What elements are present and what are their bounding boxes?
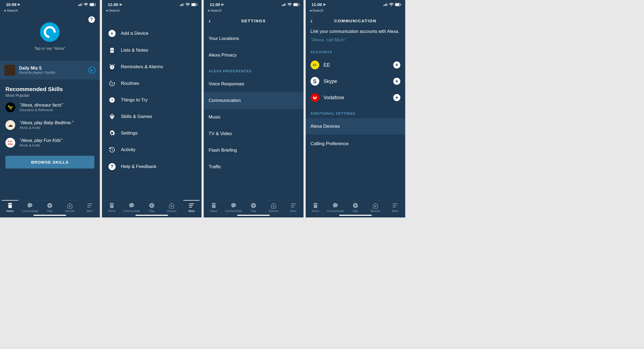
communication-hint: "Alexa, call Mum"	[306, 36, 405, 44]
tab-devices[interactable]: Devices	[163, 202, 180, 213]
menu-routines[interactable]: Routines	[104, 75, 200, 92]
tab-bar: Home Communicate Play Devices More	[204, 200, 304, 214]
tab-bar: Home Communicate Play Devices More	[102, 200, 202, 214]
wifi-icon	[84, 3, 88, 6]
tab-devices[interactable]: Devices	[265, 202, 282, 213]
tab-home[interactable]: Home	[206, 202, 222, 213]
svg-point-50	[375, 206, 376, 207]
back-to-search[interactable]: Search	[204, 8, 304, 14]
account-skype[interactable]: S Skype +	[306, 73, 405, 89]
menu-help-feedback[interactable]: ?Help & Feedback	[104, 158, 200, 175]
svg-rect-35	[293, 3, 298, 5]
skill-phrase: "Alexa, play Fun Kids"	[20, 138, 62, 143]
tab-more[interactable]: More	[183, 200, 200, 213]
tab-home[interactable]: Home	[307, 202, 324, 213]
status-time: 11:00	[108, 2, 118, 7]
communication-description: Link your communication accounts with Al…	[306, 27, 405, 36]
settings-music[interactable]: Music	[204, 109, 304, 126]
svg-rect-36	[299, 4, 299, 5]
menu-things-to-try[interactable]: Things to Try	[104, 92, 200, 108]
add-account-button[interactable]: +	[393, 78, 400, 85]
menu-settings[interactable]: Settings	[104, 125, 200, 142]
more-icon	[392, 202, 398, 208]
play-button[interactable]: ▶	[88, 67, 95, 74]
home-icon	[312, 202, 318, 208]
back-to-search[interactable]: Search	[0, 8, 100, 14]
tab-bar: Home Communicate Play Devices More	[306, 200, 405, 214]
back-button[interactable]: ‹	[209, 17, 211, 25]
wifi-icon	[185, 3, 190, 6]
settings-traffic[interactable]: Traffic	[204, 159, 304, 175]
home-indicator[interactable]	[339, 215, 372, 216]
back-button[interactable]: ‹	[311, 17, 313, 25]
setting-alexa-devices[interactable]: Alexa Devices	[306, 118, 405, 135]
settings-tv-video[interactable]: TV & Video	[204, 126, 304, 142]
tab-devices[interactable]: Devices	[62, 202, 78, 213]
skill-item[interactable]: 🦖 "Alexa, dinosaur facts" Education & Re…	[0, 99, 100, 116]
skill-item[interactable]: FunKids "Alexa, play Fun Kids" Music & A…	[0, 134, 100, 151]
tab-communicate[interactable]: Communicate	[225, 202, 242, 213]
status-bar: 11:00	[306, 0, 405, 8]
play-icon	[47, 202, 53, 208]
status-bar: 11:00	[204, 0, 304, 8]
now-playing-title: Daily Mix 5	[19, 66, 88, 71]
menu-activity[interactable]: Activity	[104, 142, 200, 158]
tab-more[interactable]: More	[82, 202, 98, 213]
menu-skills-games[interactable]: Skills & Games	[104, 108, 200, 125]
tab-communicate[interactable]: Communicate	[327, 202, 343, 213]
screen-more: 11:00 Search +Add a Device Lists & Notes…	[102, 0, 202, 217]
tab-more[interactable]: More	[387, 202, 403, 213]
tab-more[interactable]: More	[285, 202, 302, 213]
settings-your-locations[interactable]: Your Locations	[204, 30, 304, 47]
svg-rect-48	[401, 4, 401, 5]
menu-add-device[interactable]: +Add a Device	[104, 25, 200, 42]
tab-communicate[interactable]: Communicate	[22, 202, 38, 213]
tab-communicate[interactable]: Communicate	[123, 202, 140, 213]
menu-lists-notes[interactable]: Lists & Notes	[104, 42, 200, 59]
svg-rect-19	[111, 50, 113, 50]
svg-point-26	[171, 206, 172, 207]
add-account-button[interactable]: +	[393, 61, 400, 68]
settings-voice-responses[interactable]: Voice Responses	[204, 76, 304, 92]
more-icon	[87, 202, 93, 208]
vodafone-icon	[311, 93, 319, 102]
svg-rect-18	[197, 4, 197, 5]
back-to-search[interactable]: Search	[306, 8, 405, 14]
tab-play[interactable]: Play	[42, 202, 58, 213]
question-icon: ?	[108, 163, 116, 170]
svg-rect-47	[395, 3, 400, 5]
tab-play[interactable]: Play	[144, 202, 160, 213]
svg-rect-32	[284, 4, 285, 6]
settings-flash-briefing[interactable]: Flash Briefing	[204, 142, 304, 159]
tab-devices[interactable]: Devices	[367, 202, 383, 213]
setting-calling-preference[interactable]: Calling Preference	[306, 136, 405, 152]
browse-skills-button[interactable]: BROWSE SKILLS	[5, 156, 94, 169]
settings-alexa-privacy[interactable]: Alexa Privacy	[204, 47, 304, 63]
account-vodafone[interactable]: Vodafone +	[306, 89, 405, 106]
home-indicator[interactable]	[237, 215, 270, 216]
tab-home[interactable]: Home	[104, 202, 120, 213]
svg-rect-30	[282, 5, 283, 6]
menu-reminders-alarms[interactable]: Reminders & Alarms	[104, 59, 200, 75]
alexa-logo[interactable]	[40, 22, 60, 42]
tab-play[interactable]: Play	[347, 202, 364, 213]
home-indicator[interactable]	[33, 215, 66, 216]
battery-icon	[293, 3, 300, 6]
tab-home[interactable]: Home	[2, 200, 18, 213]
location-icon	[323, 3, 326, 6]
status-bar: 11:00	[102, 0, 202, 8]
add-account-button[interactable]: +	[393, 94, 400, 101]
location-icon	[221, 3, 224, 6]
back-to-search[interactable]: Search	[102, 8, 202, 14]
tab-play[interactable]: Play	[245, 202, 262, 213]
signal-icon	[282, 3, 286, 6]
ee-icon: EE	[311, 61, 319, 69]
svg-rect-12	[180, 5, 181, 6]
settings-communication[interactable]: Communication	[204, 92, 304, 109]
account-ee[interactable]: EE EE +	[306, 57, 405, 73]
help-button[interactable]: ?	[88, 16, 95, 23]
now-playing-card[interactable]: Daily Mix 5 Recently played • Spotify ▶	[0, 61, 100, 79]
play-icon	[149, 202, 155, 208]
skill-item[interactable]: ☁ "Alexa, play Baby Bedtime." Music & Au…	[0, 116, 100, 134]
home-indicator[interactable]	[135, 215, 168, 216]
